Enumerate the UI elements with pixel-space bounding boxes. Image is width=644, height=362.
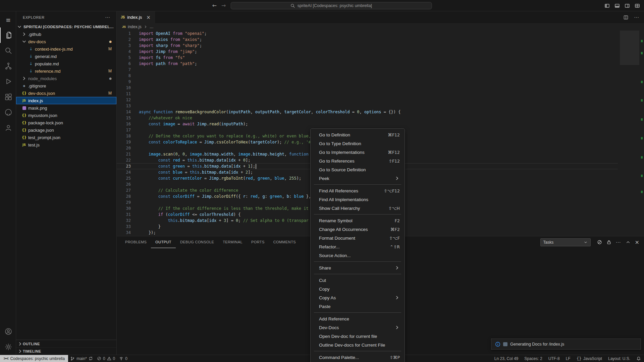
customize-layout-icon[interactable] — [635, 3, 640, 8]
menu-item-add-reference[interactable]: Add Reference — [311, 314, 405, 323]
maximize-panel-icon[interactable] — [626, 240, 631, 245]
notifications-bell-icon[interactable] — [633, 356, 644, 361]
github-icon[interactable] — [0, 105, 16, 120]
settings-gear-icon[interactable] — [0, 339, 16, 355]
menu-item-copy[interactable]: Copy — [311, 285, 405, 293]
tree-item-reference-md[interactable]: ↓reference.mdM — [16, 67, 116, 75]
notification-toast[interactable]: Generating Docs for /index.js — [491, 339, 641, 350]
remote-indicator[interactable]: >< Codespaces: psychic umbrella — [0, 355, 68, 362]
cursor-position[interactable]: Ln 23, Col 49 — [491, 356, 521, 361]
close-panel-icon[interactable]: × — [635, 239, 639, 245]
breadcrumb-symbol[interactable]: … — [150, 24, 154, 29]
menu-item-go-to-definition[interactable]: Go to Definition⌘F12 — [311, 130, 405, 139]
command-center[interactable]: spriteAI [Codespaces: psychic umbrella] — [230, 2, 432, 9]
eol-sequence[interactable]: LF — [563, 356, 574, 361]
tab-index-js[interactable]: JS index.js × — [117, 11, 155, 23]
outline-section[interactable]: OUTLINE — [16, 340, 116, 347]
code-line[interactable]: 14async function removeBackgroundColor(i… — [117, 109, 618, 115]
lock-scroll-icon[interactable] — [606, 240, 611, 245]
minimap[interactable] — [620, 31, 639, 236]
menu-item-find-all-references[interactable]: Find All References⇧⌥F12 — [311, 186, 405, 195]
panel-tab-debug-console[interactable]: DEBUG CONSOLE — [176, 236, 218, 248]
panel-tab-terminal[interactable]: TERMINAL — [218, 236, 247, 248]
menu-item-outline-dev-docs-for-current-file[interactable]: Outline Dev-docs for Current File — [311, 341, 405, 349]
menu-item-show-call-hierarchy[interactable]: Show Call Hierarchy⇧⌥H — [311, 204, 405, 213]
tree-item-package-json[interactable]: {}package.json — [16, 126, 116, 134]
problems-status[interactable]: 0 0 — [95, 355, 117, 362]
toggle-primary-sidebar-icon[interactable] — [604, 3, 610, 8]
code-line[interactable]: 1import OpenAI from "openai"; — [117, 31, 618, 37]
extensions-icon[interactable] — [0, 89, 16, 105]
code-line[interactable]: 13 — [117, 103, 618, 109]
tree-item-context-index-js-md[interactable]: ↓context-index-js.mdM — [16, 45, 116, 53]
tree-item-test-prompt-json[interactable]: {}test_prompt.json — [16, 134, 116, 141]
branch-status[interactable]: main* — [68, 355, 95, 362]
menu-item-source-action[interactable]: Source Action... — [311, 251, 405, 260]
code-line[interactable]: 7 — [117, 67, 618, 73]
menu-item-share[interactable]: Share — [311, 263, 405, 272]
explorer-icon[interactable] — [0, 27, 16, 43]
output-channel-select[interactable]: Tasks — [540, 238, 591, 246]
tree-item-populate-md[interactable]: ↓populate.md — [16, 60, 116, 67]
tree-item-github[interactable]: .github — [16, 31, 116, 38]
panel-tab-comments[interactable]: COMMENTS — [269, 236, 300, 248]
code-line[interactable]: 10 — [117, 85, 618, 91]
code-line[interactable]: 15 //whatever ok nice — [117, 115, 618, 121]
ports-status[interactable]: 0 — [117, 355, 129, 362]
code-line[interactable]: 16 const image = await Jimp.read(inputPa… — [117, 121, 618, 127]
tree-item-general-md[interactable]: ↓general.md — [16, 53, 116, 60]
menu-item-open-dev-doc-for-current-file[interactable]: Open Dev-doc for current file — [311, 332, 405, 341]
tree-item-mask-png[interactable]: mask.png — [16, 104, 116, 112]
menu-item-refactor[interactable]: Refactor...⌃⇧R — [311, 242, 405, 251]
menu-item-copy-as[interactable]: Copy As — [311, 293, 405, 302]
menu-item-go-to-references[interactable]: Go to References⇧F12 — [311, 157, 405, 165]
menu-item-rename-symbol[interactable]: Rename SymbolF2 — [311, 216, 405, 225]
toggle-panel-icon[interactable] — [614, 3, 620, 8]
code-line[interactable]: 2import axios from "axios"; — [117, 37, 618, 43]
menu-item-peek[interactable]: Peek — [311, 174, 405, 183]
editor-more-actions-icon[interactable]: ⋯ — [634, 14, 639, 20]
encoding[interactable]: UTF-8 — [545, 356, 563, 361]
menu-item-find-all-implementations[interactable]: Find All Implementations — [311, 195, 405, 204]
run-debug-icon[interactable] — [0, 74, 16, 89]
explorer-more-actions-icon[interactable]: ⋯ — [105, 14, 110, 20]
indentation[interactable]: Spaces: 2 — [521, 356, 545, 361]
search-sidebar-icon[interactable] — [0, 43, 16, 58]
timeline-section[interactable]: TIMELINE — [16, 347, 116, 355]
tree-item-test-js[interactable]: JStest.js — [16, 141, 116, 148]
remote-explorer-icon[interactable] — [0, 120, 16, 135]
close-tab-icon[interactable]: × — [146, 14, 151, 20]
menu-item-paste[interactable]: Paste — [311, 302, 405, 311]
menu-item-go-to-source-definition[interactable]: Go to Source Definition — [311, 165, 405, 174]
tree-item-package-lock-json[interactable]: {}package-lock.json — [16, 119, 116, 126]
code-line[interactable]: 9 — [117, 79, 618, 85]
tree-item-node-modules[interactable]: node_modules● — [16, 75, 116, 82]
code-line[interactable]: 12 — [117, 97, 618, 103]
breadcrumb[interactable]: JS index.js … — [117, 23, 644, 31]
panel-tab-problems[interactable]: PROBLEMS — [121, 236, 151, 248]
menu-icon[interactable]: ≡ — [0, 12, 16, 27]
keyboard-layout[interactable]: Layout: U.S. — [605, 356, 633, 361]
code-line[interactable]: 3import sharp from "sharp"; — [117, 43, 618, 49]
menu-item-go-to-type-definition[interactable]: Go to Type Definition — [311, 139, 405, 148]
tree-item-dev-docs[interactable]: dev-docs● — [16, 38, 116, 45]
menu-item-go-to-implementations[interactable]: Go to Implementations⌘F12 — [311, 148, 405, 157]
code-line[interactable]: 4import Jimp from "jimp"; — [117, 49, 618, 55]
menu-item-format-document[interactable]: Format Document⇧⌥F — [311, 234, 405, 242]
tree-item-mycustom-json[interactable]: {}mycustom.json — [16, 112, 116, 119]
toggle-secondary-sidebar-icon[interactable] — [625, 3, 630, 8]
breadcrumb-file[interactable]: index.js — [128, 24, 142, 29]
source-control-icon[interactable] — [0, 58, 16, 74]
tree-item-gitignore[interactable]: ◆.gitignore — [16, 82, 116, 89]
code-line[interactable]: 6import path from "path"; — [117, 61, 618, 67]
chevron-right-icon[interactable] — [21, 76, 27, 81]
panel-tab-output[interactable]: OUTPUT — [151, 236, 176, 248]
chevron-right-icon[interactable] — [21, 32, 27, 37]
menu-item-cut[interactable]: Cut — [311, 276, 405, 285]
language-mode[interactable]: {} JavaScript — [574, 356, 605, 361]
accounts-icon[interactable] — [0, 324, 16, 339]
split-editor-icon[interactable] — [623, 15, 629, 20]
panel-tab-ports[interactable]: PORTS — [247, 236, 269, 248]
clear-output-icon[interactable] — [597, 240, 602, 245]
code-line[interactable]: 8 — [117, 73, 618, 79]
